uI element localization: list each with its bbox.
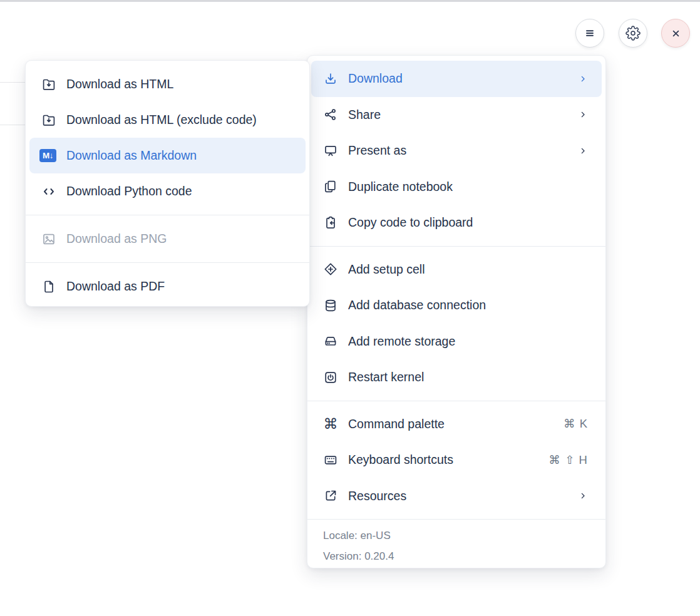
menu-item-restart-kernel[interactable]: Restart kernel <box>311 359 602 396</box>
menu-item-label: Download as Markdown <box>66 148 292 163</box>
menu-section: Download as HTMLDownload as HTML (exclud… <box>26 61 309 215</box>
menu-item-download-python-code[interactable]: Download Python code <box>29 173 306 209</box>
menu-item-label: Present as <box>348 143 568 158</box>
menu-item-download-as-html[interactable]: Download as HTML <box>29 66 306 102</box>
menu-item-label: Duplicate notebook <box>348 180 588 194</box>
chevron-right-icon <box>578 110 588 120</box>
keyboard-icon <box>323 453 338 468</box>
menu-button[interactable] <box>575 19 604 48</box>
menu-footer: Locale: en-US Version: 0.20.4 <box>307 519 605 570</box>
menu-item-label: Resources <box>348 489 568 503</box>
window-top-border <box>0 0 700 2</box>
image-icon <box>41 232 56 247</box>
menu-section: DownloadSharePresent asDuplicate noteboo… <box>307 56 605 246</box>
hamburger-icon <box>582 26 597 41</box>
menu-section: Download as PNG <box>26 215 309 262</box>
menu-section: Add setup cellAdd database connectionAdd… <box>307 246 605 401</box>
menu-item-duplicate-notebook[interactable]: Duplicate notebook <box>311 169 602 205</box>
power-icon <box>323 370 338 385</box>
present-icon <box>323 143 338 158</box>
chevron-right-icon <box>578 491 588 501</box>
close-button[interactable] <box>661 19 690 48</box>
menu-item-download-as-pdf[interactable]: Download as PDF <box>29 269 306 304</box>
database-icon <box>323 298 338 313</box>
menu-sections: DownloadSharePresent asDuplicate noteboo… <box>307 56 605 519</box>
page-underlay-line <box>0 125 26 125</box>
storage-drive-icon <box>323 334 338 349</box>
menu-item-command-palette[interactable]: ⌘Command palette⌘ K <box>311 406 602 443</box>
diamond-plus-icon <box>323 262 338 277</box>
menu-item-label: Download as PDF <box>66 279 292 294</box>
menu-item-label: Download as HTML <box>66 77 292 91</box>
menu-item-label: Share <box>348 108 568 122</box>
menu-item-copy-code-to-clipboard[interactable]: Copy code to clipboard <box>311 205 602 241</box>
menu-item-download-as-html-exclude-code[interactable]: Download as HTML (exclude code) <box>29 102 306 138</box>
gear-icon <box>625 26 641 41</box>
external-link-icon <box>323 488 338 503</box>
code-icon <box>41 184 56 199</box>
settings-button[interactable] <box>619 19 647 48</box>
menu-section: Download as PDF <box>26 262 309 310</box>
chevron-right-icon <box>578 146 588 156</box>
notebook-context-menu: DownloadSharePresent asDuplicate noteboo… <box>307 55 606 568</box>
share-icon <box>323 107 338 122</box>
menu-item-label: Download as PNG <box>66 232 292 246</box>
menu-item-add-remote-storage[interactable]: Add remote storage <box>311 324 602 360</box>
shortcut-hint: ⌘ ⇧ H <box>548 453 588 467</box>
menu-item-label: Keyboard shortcuts <box>348 453 531 467</box>
menu-item-download-as-markdown[interactable]: M↓Download as Markdown <box>29 138 306 173</box>
version-info: Version: 0.20.4 <box>323 546 590 567</box>
file-icon <box>41 279 56 294</box>
page-underlay-line <box>0 82 26 83</box>
folder-download-icon <box>41 77 56 92</box>
menu-item-download-as-png: Download as PNG <box>29 221 306 257</box>
locale-info: Locale: en-US <box>323 525 590 546</box>
folder-download-icon <box>41 113 56 128</box>
menu-section: ⌘Command palette⌘ KKeyboard shortcuts⌘ ⇧… <box>307 401 605 520</box>
command-icon: ⌘ <box>323 416 338 431</box>
chevron-right-icon <box>578 74 588 84</box>
menu-item-add-database-connection[interactable]: Add database connection <box>311 287 602 324</box>
menu-item-label: Add remote storage <box>348 334 588 349</box>
menu-item-add-setup-cell[interactable]: Add setup cell <box>311 252 602 288</box>
duplicate-icon <box>323 179 338 194</box>
menu-item-label: Copy code to clipboard <box>348 215 588 230</box>
menu-item-label: Restart kernel <box>348 370 588 384</box>
download-submenu: Download as HTMLDownload as HTML (exclud… <box>25 60 310 307</box>
clipboard-copy-icon <box>323 215 338 230</box>
menu-item-download[interactable]: Download <box>311 61 602 97</box>
shortcut-hint: ⌘ K <box>564 417 588 431</box>
menu-item-label: Download as HTML (exclude code) <box>66 113 292 127</box>
menu-item-present-as[interactable]: Present as <box>311 133 602 169</box>
menu-item-label: Download <box>348 71 568 86</box>
menu-item-resources[interactable]: Resources <box>311 478 602 515</box>
menu-item-label: Command palette <box>348 417 546 431</box>
download-icon <box>323 71 338 86</box>
menu-item-label: Download Python code <box>66 184 292 198</box>
menu-item-keyboard-shortcuts[interactable]: Keyboard shortcuts⌘ ⇧ H <box>311 442 602 478</box>
close-icon <box>668 26 683 41</box>
menu-item-label: Add database connection <box>348 298 588 312</box>
menu-item-share[interactable]: Share <box>311 97 602 133</box>
markdown-icon: M↓ <box>41 148 56 163</box>
menu-item-label: Add setup cell <box>348 262 588 277</box>
